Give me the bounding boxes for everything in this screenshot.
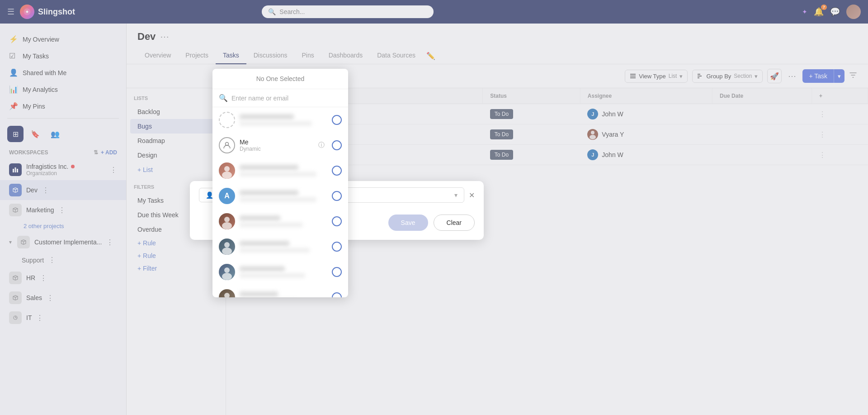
hamburger-menu[interactable]: ☰: [7, 7, 14, 17]
add-workspace-btn[interactable]: + Add: [101, 149, 117, 156]
picker-item-user5[interactable]: [212, 259, 348, 285]
messages-icon[interactable]: 💬: [830, 7, 840, 17]
tab-overview[interactable]: Overview: [137, 48, 178, 64]
add-filter-btn[interactable]: + Filter: [130, 262, 222, 275]
picker-user3-checkbox[interactable]: [332, 216, 342, 226]
status-badge[interactable]: To Do: [490, 109, 513, 119]
workspace-customer-label: Customer Implementa...: [34, 239, 102, 246]
workspace-customer-more[interactable]: ⋮: [106, 238, 113, 247]
tab-edit-icon[interactable]: ✏️: [423, 48, 439, 64]
workspace-more-btn[interactable]: ⋮: [110, 166, 117, 174]
add-task-btn[interactable]: + Task: [802, 69, 834, 83]
workspace-hr-more[interactable]: ⋮: [40, 274, 47, 282]
status-badge[interactable]: To Do: [490, 129, 513, 139]
picker-avatar-user6: [219, 289, 235, 297]
list-item-roadmap[interactable]: Roadmap: [130, 134, 222, 148]
workspace-support-more[interactable]: ⋮: [48, 256, 56, 264]
assignee-name: John W: [602, 110, 623, 118]
col-assignee: Assignee: [580, 88, 712, 104]
picker-search: 🔍: [212, 89, 348, 107]
picker-item-user6[interactable]: [212, 285, 348, 297]
search-input[interactable]: [279, 8, 427, 15]
workspace-it[interactable]: IT ⋮: [0, 308, 126, 328]
workspace-infragistics[interactable]: Infragistics Inc. Organization ⋮: [0, 159, 126, 180]
tab-pins[interactable]: Pins: [294, 48, 321, 64]
tab-data-sources[interactable]: Data Sources: [370, 48, 423, 64]
tab-projects[interactable]: Projects: [178, 48, 216, 64]
filter-clear-btn[interactable]: Clear: [434, 215, 475, 231]
list-item-backlog[interactable]: Backlog: [130, 105, 222, 119]
workspace-marketing[interactable]: Marketing ⋮: [0, 200, 126, 220]
picker-user5-checkbox[interactable]: [332, 267, 342, 277]
sidebar-item-my-analytics[interactable]: 📊 My Analytics: [0, 81, 126, 98]
sort-icon[interactable]: ⇅: [94, 149, 98, 156]
other-projects-link[interactable]: 2 other projects: [0, 220, 126, 232]
workspace-sales[interactable]: Sales ⋮: [0, 288, 126, 308]
picker-item-user4[interactable]: [212, 234, 348, 259]
assignee-avatar: J: [587, 149, 598, 160]
picker-avatar-user3: [219, 213, 235, 229]
picker-search-input[interactable]: [231, 95, 342, 102]
workspace-customer-icon: [17, 236, 30, 248]
workspace-it-more[interactable]: ⋮: [36, 314, 43, 322]
sidebar-item-shared-with-me[interactable]: 👤 Shared with Me: [0, 64, 126, 81]
sidebar-item-my-tasks[interactable]: ☑ My Tasks: [0, 48, 126, 64]
picker-item-user3[interactable]: [212, 209, 348, 234]
picker-user1-checkbox[interactable]: [332, 166, 342, 176]
filter-save-btn[interactable]: Save: [388, 215, 428, 231]
status-badge[interactable]: To Do: [490, 150, 513, 160]
picker-item-anon[interactable]: [212, 107, 348, 133]
user-avatar[interactable]: [846, 5, 861, 19]
sidebar-bookmark-btn[interactable]: 🔖: [27, 126, 43, 142]
filter-btn[interactable]: [849, 71, 857, 81]
rocket-btn[interactable]: 🚀: [767, 69, 782, 83]
add-rule-btn-2[interactable]: + Rule: [130, 249, 222, 262]
sidebar-people-btn[interactable]: 👥: [47, 126, 63, 142]
add-column-btn[interactable]: +: [811, 88, 868, 104]
sidebar-item-my-pins[interactable]: 📌 My Pins: [0, 98, 126, 114]
add-task-dropdown-btn[interactable]: ▾: [834, 69, 844, 83]
workspace-customer-impl[interactable]: ▾ Customer Implementa... ⋮: [0, 232, 126, 252]
workspace-sales-more[interactable]: ⋮: [47, 294, 54, 302]
page-more-btn[interactable]: ⋯: [160, 31, 169, 42]
tab-tasks[interactable]: Tasks: [216, 48, 246, 64]
svg-point-21: [222, 273, 232, 280]
group-by-btn[interactable]: Group By Section ▾: [692, 70, 763, 83]
picker-me-checkbox[interactable]: [332, 140, 342, 150]
picker-user6-checkbox[interactable]: [332, 292, 342, 297]
notification-icon[interactable]: 🔔 7: [814, 7, 824, 17]
search-bar[interactable]: 🔍: [262, 5, 434, 18]
workspace-dev-more[interactable]: ⋮: [42, 186, 49, 195]
choose-chevron: ▾: [454, 191, 458, 199]
picker-item-user1[interactable]: [212, 158, 348, 183]
picker-user2-checkbox[interactable]: [332, 191, 342, 201]
svg-point-16: [224, 217, 230, 222]
tab-dashboards[interactable]: Dashboards: [321, 48, 370, 64]
view-type-btn[interactable]: View Type List ▾: [625, 70, 688, 83]
picker-user2-sub: [240, 197, 316, 202]
assignee-cell: Vyara Y: [587, 129, 705, 140]
row-more-btn[interactable]: ⋮: [819, 110, 826, 118]
task-due-date-cell: [712, 104, 812, 124]
row-more-btn[interactable]: ⋮: [819, 131, 826, 138]
filter-remove-btn[interactable]: ✕: [469, 191, 475, 200]
list-item-bugs[interactable]: Bugs: [130, 119, 222, 134]
workspace-support[interactable]: Support ⋮: [0, 252, 126, 268]
row-more-btn[interactable]: ⋮: [819, 151, 826, 159]
tab-discussions[interactable]: Discussions: [246, 48, 295, 64]
workspace-dev[interactable]: Dev ⋮: [0, 180, 126, 200]
sidebar-layers-btn[interactable]: ⊞: [7, 126, 24, 142]
toolbar-more-btn[interactable]: ⋯: [786, 69, 798, 83]
add-list-btn[interactable]: + List: [130, 162, 222, 177]
workspace-marketing-more[interactable]: ⋮: [58, 206, 66, 215]
add-task-group: + Task ▾: [802, 69, 844, 83]
picker-item-me[interactable]: Me Dynamic ⓘ: [212, 133, 348, 158]
picker-user4-checkbox[interactable]: [332, 242, 342, 252]
sidebar-item-my-overview[interactable]: ⚡ My Overview: [0, 31, 126, 48]
picker-item-user2[interactable]: A: [212, 183, 348, 209]
list-item-design[interactable]: Design: [130, 148, 222, 162]
svg-point-14: [224, 166, 230, 172]
nav-icons-group: ✦ 🔔 7 💬: [802, 5, 861, 19]
picker-checkbox[interactable]: [332, 115, 342, 125]
workspace-hr[interactable]: HR ⋮: [0, 268, 126, 288]
